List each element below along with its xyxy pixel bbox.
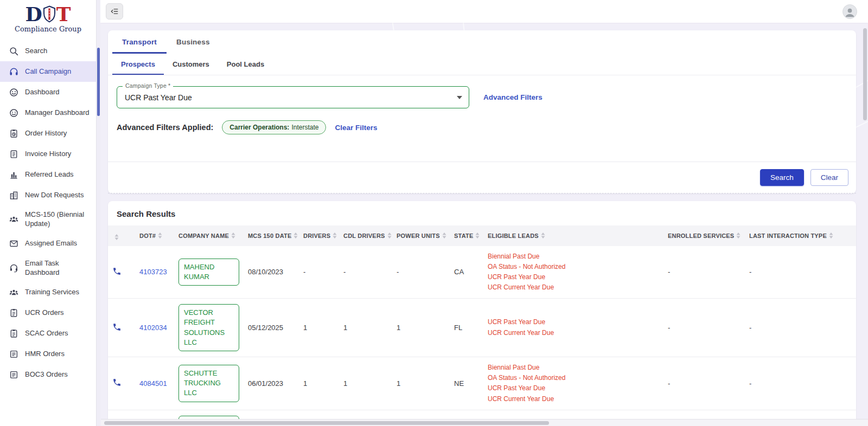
call-phone-icon[interactable] <box>112 378 122 387</box>
column-label: DOT# <box>139 233 156 239</box>
sidebar-item-mcs-150-biennial-update[interactable]: MCS-150 (Biennial Update) <box>0 205 96 234</box>
sidebar-item-label: BOC3 Orders <box>25 370 68 379</box>
campaign-filter-card: TransportBusiness ProspectsCustomersPool… <box>108 30 856 193</box>
column-label: POWER UNITS <box>397 233 440 239</box>
applied-filters-label: Advanced Filters Applied: <box>117 123 213 132</box>
company-name-box: SCHUTTE TRUCKING LLC <box>178 365 239 402</box>
sidebar: D T Compliance Group Search Call Campaig… <box>0 0 97 426</box>
sidebar-item-ucr-orders[interactable]: UCR Orders <box>0 303 96 324</box>
column-header-drivers[interactable]: DRIVERS <box>299 225 339 246</box>
sidebar-item-label: UCR Orders <box>25 308 64 318</box>
sidebar-item-dashboard[interactable]: Dashboard <box>0 82 96 102</box>
drivers-cell: - <box>299 246 339 299</box>
sidebar-item-label: MCS-150 (Biennial Update) <box>25 210 93 229</box>
sidebar-item-training-services[interactable]: Training Services <box>0 282 96 303</box>
sidebar-item-label: Order History <box>25 129 67 138</box>
column-header-cdl-drivers[interactable]: CDL DRIVERS <box>339 225 392 246</box>
list-icon <box>8 370 19 380</box>
primary-tabs: TransportBusiness <box>108 30 856 54</box>
dot-number-link[interactable]: 4084501 <box>139 379 167 388</box>
state-cell: NE <box>450 357 483 410</box>
main-area: TransportBusiness ProspectsCustomersPool… <box>100 0 868 426</box>
eligible-lead: UCR Current Year Due <box>488 282 659 293</box>
eligible-lead: UCR Past Year Due <box>488 317 659 327</box>
sidebar-item-assigned-emails[interactable]: Assigned Emails <box>0 234 96 254</box>
sort-icon <box>541 233 545 238</box>
power-units-cell: 1 <box>392 299 450 357</box>
sidebar-item-new-dot-requests[interactable]: New Dot Requests <box>0 185 96 205</box>
campaign-type-label: Campaign Type * <box>123 82 173 89</box>
last-interaction-cell: - <box>745 299 856 357</box>
sort-icon <box>387 233 392 238</box>
campaign-type-select[interactable]: Campaign Type * UCR Past Year Due <box>117 86 469 108</box>
group-icon <box>8 287 19 298</box>
sidebar-item-search[interactable]: Search <box>0 41 96 61</box>
chip-label: Carrier Operations: <box>229 124 289 131</box>
sidebar-item-label: Call Campaign <box>25 67 71 76</box>
column-header-eligible-leads[interactable]: ELIGIBLE LEADS <box>483 225 663 246</box>
sidebar-item-email-task-dashboard[interactable]: Email Task Dashboard <box>0 254 96 282</box>
sidebar-item-manager-dashboard[interactable]: Manager Dashboard <box>0 102 96 123</box>
horizontal-scrollbar[interactable] <box>101 419 868 426</box>
sidebar-item-label: Assigned Emails <box>25 239 77 248</box>
search-button[interactable]: Search <box>760 169 804 186</box>
topbar <box>100 0 868 23</box>
shield-road-icon <box>43 5 56 23</box>
sort-icon <box>114 234 119 240</box>
user-avatar[interactable] <box>843 4 857 19</box>
chip-value: Interstate <box>291 124 318 131</box>
dot-number-link[interactable]: 4102034 <box>139 324 167 332</box>
vertical-scrollbar-thumb[interactable] <box>863 28 867 120</box>
receipt-icon <box>8 149 19 159</box>
eligible-lead: Biennial Past Due <box>488 363 659 373</box>
clear-filters-link[interactable]: Clear Filters <box>335 124 377 132</box>
column-header-mcs-150-date[interactable]: MCS 150 DATE <box>244 225 299 246</box>
column-header-power-units[interactable]: POWER UNITS <box>392 225 450 246</box>
sidebar-item-order-history[interactable]: Order History <box>0 123 96 144</box>
collapse-sidebar-button[interactable] <box>106 3 123 20</box>
app-logo: D T Compliance Group <box>0 0 96 35</box>
sidebar-item-scac-orders[interactable]: SCAC Orders <box>0 324 96 344</box>
subtab-prospects[interactable]: Prospects <box>112 54 164 75</box>
indent-decrease-icon <box>110 7 119 16</box>
eligible-lead: Biennial Past Due <box>488 251 659 262</box>
sidebar-item-referred-leads[interactable]: Referred Leads <box>0 164 96 185</box>
sidebar-item-boc3-orders[interactable]: BOC3 Orders <box>0 365 96 385</box>
tab-business[interactable]: Business <box>167 30 220 54</box>
sidebar-item-call-campaign[interactable]: Call Campaign <box>0 61 96 82</box>
campaign-type-value: UCR Past Year Due <box>125 93 457 102</box>
chevron-down-icon[interactable] <box>457 96 462 99</box>
column-header-last-interaction-type[interactable]: LAST INTERACTION TYPE <box>745 225 856 246</box>
sidebar-item-label: Email Task Dashboard <box>25 259 93 277</box>
call-phone-icon[interactable] <box>112 322 122 332</box>
filter-chip-carrier-operations[interactable]: Carrier Operations: Interstate <box>222 120 326 134</box>
sidebar-scrollbar-thumb[interactable] <box>97 48 100 116</box>
column-label: MCS 150 DATE <box>248 233 291 239</box>
column-label: CDL DRIVERS <box>343 233 385 239</box>
column-header-state[interactable]: STATE <box>450 225 483 246</box>
subtab-pool-leads[interactable]: Pool Leads <box>218 54 273 75</box>
clear-button[interactable]: Clear <box>810 169 848 186</box>
horizontal-scrollbar-thumb[interactable] <box>104 421 549 425</box>
advanced-filters-link[interactable]: Advanced Filters <box>483 93 542 101</box>
company-name-box: VECTOR FREIGHT SOLUTIONS LLC <box>178 304 239 351</box>
gauge-icon <box>8 107 19 118</box>
column-header-enrolled-services[interactable]: ENROLLED SERVICES <box>663 225 745 246</box>
column-header-company-name[interactable]: COMPANY NAME <box>174 225 244 246</box>
tab-transport[interactable]: Transport <box>112 30 167 54</box>
subtab-customers[interactable]: Customers <box>164 54 218 75</box>
sort-icon <box>158 233 162 238</box>
eligible-lead: UCR Current Year Due <box>488 394 659 404</box>
column-label: ELIGIBLE LEADS <box>488 233 539 239</box>
support-icon <box>8 263 19 274</box>
sidebar-scrollbar[interactable] <box>97 0 100 426</box>
dot-number-link[interactable]: 4103723 <box>139 268 167 276</box>
sidebar-item-hmr-orders[interactable]: HMR Orders <box>0 344 96 365</box>
column-header-dot[interactable]: DOT# <box>135 225 174 246</box>
search-icon <box>8 46 19 56</box>
column-header-sort[interactable] <box>108 225 135 246</box>
bar-chart-icon <box>8 169 19 180</box>
sidebar-item-invoice-history[interactable]: Invoice History <box>0 144 96 164</box>
cdl-drivers-cell: - <box>339 246 392 299</box>
call-phone-icon[interactable] <box>112 267 122 276</box>
